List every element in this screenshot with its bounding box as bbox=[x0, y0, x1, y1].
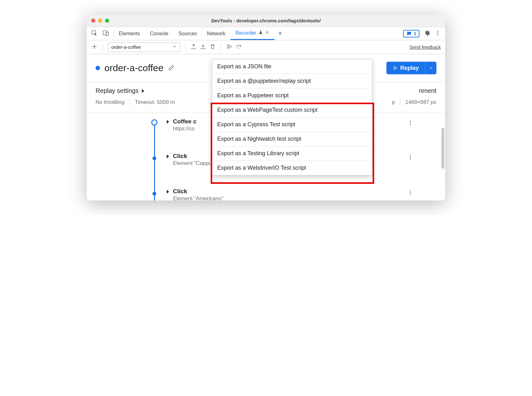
export-puppeteer-replay[interactable]: Export as a @puppeteer/replay script bbox=[212, 74, 372, 88]
import-icon[interactable] bbox=[200, 43, 206, 51]
svg-point-12 bbox=[410, 157, 411, 158]
step-title: Click bbox=[173, 188, 223, 195]
export-testing-library[interactable]: Export as a Testing Library script bbox=[212, 146, 372, 161]
export-puppeteer[interactable]: Export as a Puppeteer script bbox=[212, 88, 372, 103]
timeline-start-node-icon bbox=[151, 119, 158, 126]
svg-point-5 bbox=[437, 32, 438, 33]
recording-selector[interactable]: order-a-coffee bbox=[108, 42, 180, 52]
svg-point-14 bbox=[410, 190, 411, 191]
disclosure-icon[interactable] bbox=[166, 153, 170, 159]
edit-title-icon[interactable] bbox=[168, 64, 175, 72]
close-tab-icon[interactable] bbox=[265, 30, 269, 36]
svg-point-10 bbox=[410, 124, 411, 125]
devtools-window: DevTools - developer.chrome.com/tags/dev… bbox=[87, 14, 445, 201]
timeline-node-icon bbox=[152, 192, 156, 195]
disclosure-icon[interactable] bbox=[166, 118, 170, 125]
step-over-icon[interactable] bbox=[236, 43, 242, 51]
settings-gear-icon[interactable] bbox=[424, 30, 430, 37]
issues-button[interactable]: 1 bbox=[403, 30, 419, 37]
tab-recorder[interactable]: Recorder bbox=[230, 27, 274, 40]
timeline-node-icon bbox=[152, 156, 156, 160]
chevron-down-icon bbox=[172, 44, 177, 50]
export-webdriverio[interactable]: Export as a WebdriverIO Test script bbox=[212, 161, 372, 175]
replay-options-button[interactable] bbox=[425, 62, 436, 74]
more-tabs-icon[interactable] bbox=[274, 31, 286, 37]
step-row[interactable]: Click Element "Americano" bbox=[166, 188, 426, 201]
delete-icon[interactable] bbox=[209, 43, 216, 51]
step-menu-icon[interactable] bbox=[407, 190, 413, 196]
flask-icon bbox=[258, 30, 263, 36]
svg-point-4 bbox=[437, 31, 438, 32]
replay-settings-toggle[interactable]: Replay settings bbox=[96, 87, 145, 94]
titlebar: DevTools - developer.chrome.com/tags/dev… bbox=[87, 14, 445, 27]
environment-header: nment bbox=[419, 87, 436, 94]
recorder-toolbar: order-a-coffee Send feedback bbox=[87, 40, 445, 54]
step-subtitle: Element "Americano" bbox=[173, 195, 223, 201]
svg-point-6 bbox=[437, 34, 438, 35]
step-subtitle: https://co bbox=[173, 126, 197, 132]
timeout-value: Timeout: 5000 m bbox=[135, 99, 175, 105]
svg-point-7 bbox=[238, 48, 239, 49]
export-icon[interactable] bbox=[191, 43, 197, 51]
scrollbar-thumb[interactable] bbox=[441, 128, 444, 169]
environment-value: p bbox=[392, 99, 395, 105]
inspect-element-icon[interactable] bbox=[91, 30, 97, 37]
window-title: DevTools - developer.chrome.com/tags/dev… bbox=[87, 18, 445, 23]
svg-point-8 bbox=[410, 121, 411, 122]
toggle-device-icon[interactable] bbox=[103, 30, 109, 37]
throttling-value: No throttling bbox=[96, 99, 125, 105]
tab-sources[interactable]: Sources bbox=[173, 27, 202, 40]
tab-network[interactable]: Network bbox=[202, 27, 230, 40]
issues-count: 1 bbox=[414, 31, 416, 36]
svg-point-15 bbox=[410, 192, 411, 193]
export-menu: Export as a JSON file Export as a @puppe… bbox=[212, 59, 372, 175]
export-cypress[interactable]: Export as a Cypress Test script bbox=[212, 117, 372, 132]
viewport-value: 1469×887 px bbox=[405, 99, 436, 105]
traffic-lights bbox=[91, 14, 109, 27]
svg-point-13 bbox=[410, 159, 411, 160]
new-recording-icon[interactable] bbox=[91, 43, 97, 51]
devtools-tabbar: Elements Console Sources Network Recorde… bbox=[87, 27, 445, 40]
export-json[interactable]: Export as a JSON file bbox=[212, 59, 372, 74]
disclosure-icon[interactable] bbox=[166, 188, 170, 195]
step-menu-icon[interactable] bbox=[407, 120, 413, 127]
svg-point-11 bbox=[410, 155, 411, 156]
close-window-button[interactable] bbox=[91, 19, 95, 23]
minimize-window-button[interactable] bbox=[98, 19, 102, 23]
zoom-window-button[interactable] bbox=[105, 19, 109, 23]
tab-console[interactable]: Console bbox=[145, 27, 174, 40]
tab-elements[interactable]: Elements bbox=[114, 27, 145, 40]
customize-menu-icon[interactable] bbox=[435, 30, 441, 37]
svg-rect-2 bbox=[106, 32, 108, 36]
recording-status-dot-icon bbox=[96, 66, 100, 70]
step-replay-icon[interactable] bbox=[226, 43, 232, 51]
export-webpagetest[interactable]: Export as a WebPageTest custom script bbox=[212, 103, 372, 117]
timeline-line-icon bbox=[154, 124, 155, 201]
recording-selector-value: order-a-coffee bbox=[111, 44, 141, 50]
recording-title: order-a-coffee bbox=[104, 63, 163, 73]
step-menu-icon[interactable] bbox=[407, 155, 413, 161]
send-feedback-link[interactable]: Send feedback bbox=[409, 44, 441, 50]
replay-button-label: Replay bbox=[400, 65, 419, 71]
export-nightwatch[interactable]: Export as a Nightwatch test script bbox=[212, 132, 372, 146]
replay-button[interactable]: Replay bbox=[386, 62, 425, 74]
step-title: Coffee c bbox=[173, 118, 197, 125]
svg-point-16 bbox=[410, 194, 411, 195]
svg-point-9 bbox=[410, 122, 411, 123]
